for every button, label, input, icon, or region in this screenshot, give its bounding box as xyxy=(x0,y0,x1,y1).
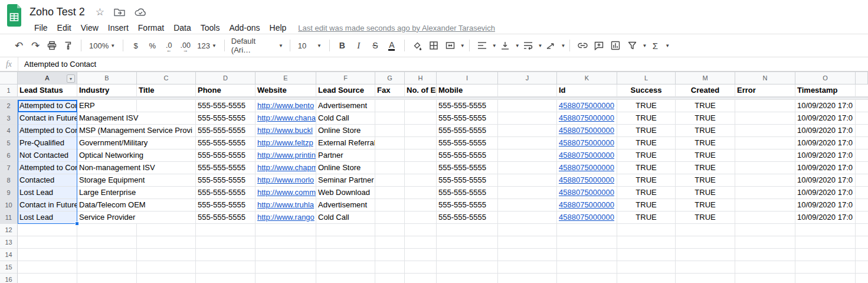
row-header-14[interactable]: 14 xyxy=(0,249,18,261)
bold-button[interactable]: B xyxy=(335,38,350,53)
format-currency-button[interactable]: $ xyxy=(128,38,143,53)
insert-link-button[interactable] xyxy=(575,38,590,53)
cell-M2[interactable]: TRUE xyxy=(676,100,735,112)
cell-K16[interactable] xyxy=(557,274,617,283)
cell-G7[interactable] xyxy=(375,162,405,174)
cell-A6[interactable]: Not Contacted xyxy=(18,149,77,162)
move-folder-icon[interactable] xyxy=(114,7,125,17)
cell-E14[interactable] xyxy=(256,249,316,261)
menu-data[interactable]: Data xyxy=(169,22,196,34)
select-all-corner[interactable] xyxy=(0,71,18,84)
menu-insert[interactable]: Insert xyxy=(103,22,133,34)
cell-N3[interactable] xyxy=(735,112,795,125)
cell-link[interactable]: 4588075000000 xyxy=(559,163,614,172)
column-header-D[interactable]: D xyxy=(196,71,256,84)
text-rotation-button[interactable] xyxy=(543,38,558,53)
cell-H4[interactable] xyxy=(405,125,437,137)
cell-K7[interactable]: 4588075000000 xyxy=(557,162,617,174)
merge-cells-button[interactable] xyxy=(443,38,458,53)
cell-I2[interactable]: 555-555-5555 xyxy=(437,100,498,112)
insert-chart-button[interactable] xyxy=(608,38,623,53)
cell-N15[interactable] xyxy=(735,261,795,274)
column-header-N[interactable]: N xyxy=(735,71,795,84)
cell-E13[interactable] xyxy=(256,236,316,249)
cell-B14[interactable] xyxy=(77,249,196,261)
cell-O5[interactable]: 10/09/2020 17:0 xyxy=(795,137,856,149)
cell-G11[interactable] xyxy=(375,212,405,224)
cell-A9[interactable]: Lost Lead xyxy=(18,187,77,199)
column-header-L[interactable]: L xyxy=(617,71,676,84)
cell-link[interactable]: 4588075000000 xyxy=(559,126,614,135)
row-header-7[interactable]: 7 xyxy=(0,162,18,174)
row-header-1[interactable]: 1 xyxy=(0,84,18,97)
cell-G4[interactable] xyxy=(375,125,405,137)
format-percent-button[interactable]: % xyxy=(145,38,160,53)
cell-A16[interactable] xyxy=(18,274,77,283)
cell-I14[interactable] xyxy=(437,249,498,261)
cell-E7[interactable]: http://www.chapm xyxy=(256,162,316,174)
cell-H13[interactable] xyxy=(405,236,437,249)
cell-F5[interactable]: External Referral xyxy=(316,137,375,149)
cell-G9[interactable] xyxy=(375,187,405,199)
cell-D4[interactable]: 555-555-5555 xyxy=(196,125,256,137)
row-header-2[interactable]: 2 xyxy=(0,100,18,112)
cell-link[interactable]: 4588075000000 xyxy=(559,151,614,160)
undo-button[interactable]: ↶ xyxy=(11,38,27,53)
row-header-12[interactable]: 12 xyxy=(0,224,18,236)
cell-B5[interactable]: Government/Military xyxy=(77,137,196,149)
cell-N11[interactable] xyxy=(735,212,795,224)
cell-N9[interactable] xyxy=(735,187,795,199)
cell-I5[interactable]: 555-555-5555 xyxy=(437,137,498,149)
cell-I7[interactable]: 555-555-5555 xyxy=(437,162,498,174)
cell-E12[interactable] xyxy=(256,224,316,236)
cell-O9[interactable]: 10/09/2020 17:0 xyxy=(795,187,856,199)
cell-K5[interactable]: 4588075000000 xyxy=(557,137,617,149)
cell-H3[interactable] xyxy=(405,112,437,125)
cell-L8[interactable]: TRUE xyxy=(617,174,676,187)
chevron-down-icon[interactable]: ▼ xyxy=(561,43,565,48)
decrease-decimal-button[interactable]: .0← xyxy=(161,38,176,53)
cell-G12[interactable] xyxy=(375,224,405,236)
cell-E9[interactable]: http://www.comm xyxy=(256,187,316,199)
italic-button[interactable]: I xyxy=(351,38,366,53)
row-header-15[interactable]: 15 xyxy=(0,261,18,274)
cell-O7[interactable]: 10/09/2020 17:0 xyxy=(795,162,856,174)
cell-N12[interactable] xyxy=(735,224,795,236)
column-header-F[interactable]: F xyxy=(316,71,375,84)
cell-L14[interactable] xyxy=(617,249,676,261)
cell-link[interactable]: 4588075000000 xyxy=(559,200,614,209)
zoom-control[interactable]: 100% ▼ xyxy=(86,38,119,53)
menu-view[interactable]: View xyxy=(76,22,103,34)
cell-E15[interactable] xyxy=(256,261,316,274)
cloud-saved-icon[interactable] xyxy=(135,8,146,17)
cell-K1[interactable]: Id xyxy=(557,84,617,97)
cell-K4[interactable]: 4588075000000 xyxy=(557,125,617,137)
cell-N14[interactable] xyxy=(735,249,795,261)
cell-P5[interactable] xyxy=(856,137,868,149)
cell-O15[interactable] xyxy=(795,261,856,274)
row-header-5[interactable]: 5 xyxy=(0,137,18,149)
cell-E11[interactable]: http://www.rango xyxy=(256,212,316,224)
cell-A2[interactable]: Attempted to Contact xyxy=(18,100,77,112)
cell-F8[interactable]: Seminar Partner xyxy=(316,174,375,187)
cell-I13[interactable] xyxy=(437,236,498,249)
cell-B6[interactable]: Optical Networking xyxy=(77,149,196,162)
cell-D16[interactable] xyxy=(196,274,256,283)
cell-L15[interactable] xyxy=(617,261,676,274)
cell-I9[interactable]: 555-555-5555 xyxy=(437,187,498,199)
cell-B3[interactable]: Management ISV xyxy=(77,112,196,125)
cell-H12[interactable] xyxy=(405,224,437,236)
cell-I11[interactable]: 555-555-5555 xyxy=(437,212,498,224)
cell-link[interactable]: http://www.chana xyxy=(257,113,316,122)
column-header-B[interactable]: B xyxy=(77,71,137,84)
cell-N10[interactable] xyxy=(735,199,795,212)
row-header-13[interactable]: 13 xyxy=(0,236,18,249)
cell-O3[interactable]: 10/09/2020 17:0 xyxy=(795,112,856,125)
cell-link[interactable]: 4588075000000 xyxy=(559,213,614,222)
cell-L7[interactable]: TRUE xyxy=(617,162,676,174)
column-header-K[interactable]: K xyxy=(557,71,617,84)
cell-J1[interactable] xyxy=(498,84,557,97)
cell-P14[interactable] xyxy=(856,249,868,261)
cell-O13[interactable] xyxy=(795,236,856,249)
cell-A5[interactable]: Pre-Qualified xyxy=(18,137,77,149)
